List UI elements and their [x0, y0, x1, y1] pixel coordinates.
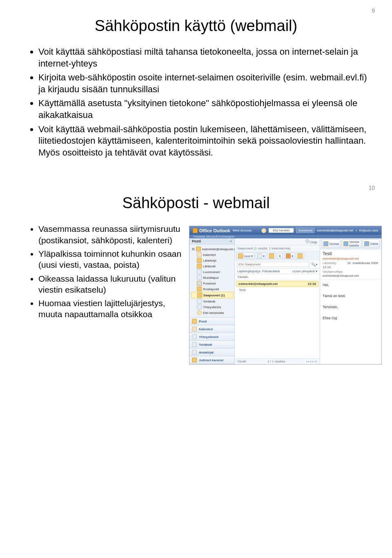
mailbox-icon	[196, 247, 201, 251]
tree-item[interactable]: Etsi kansioista	[191, 310, 234, 316]
pager-icons[interactable]: I◂ ◂ ▸ ▸I	[306, 360, 317, 363]
sort-direction: Uusin ylimpänä ▾	[292, 269, 317, 273]
options-button[interactable]: Asetukset	[296, 228, 314, 233]
reply-button[interactable]: Vastaa	[322, 239, 341, 248]
list-toolbar: Uusi▾ ▾ ✕ ▾	[235, 252, 320, 260]
outlook-screenshot: Office Outlook Web Access Etsi henkilö A…	[189, 226, 382, 365]
flag-icon	[286, 253, 291, 258]
nav-buttons: Posti Kalenteri Yhteystiedot Tehtävät As…	[189, 317, 234, 364]
sent-label: Lähetetty:	[323, 261, 347, 265]
sort-bar[interactable]: Lajittelujärjestys: Päivämäärä Uusin yli…	[235, 269, 320, 274]
move-icon	[269, 253, 274, 258]
nav-asiakirjat[interactable]: Asiakirjat	[189, 349, 234, 356]
new-mail-icon	[238, 253, 243, 258]
outlook-logo-icon	[193, 228, 198, 233]
folder-icon	[197, 264, 202, 269]
mock-header: Office Outlook Web Access Etsi henkilö A…	[189, 226, 381, 235]
tree-item[interactable]: Roskaposti	[191, 286, 234, 292]
search-person-field[interactable]: Etsi henkilö	[269, 228, 294, 233]
documents-icon	[192, 350, 197, 355]
bullet: Oikeassa laidassa lukuruutu (valitun vie…	[38, 273, 186, 296]
tree-root[interactable]: ⊟esimerkki@elisaposti.net	[191, 246, 234, 252]
nav-tehtavat[interactable]: Tehtävät	[189, 341, 234, 349]
nav-julkiset[interactable]: Julkiset kansiot	[189, 356, 234, 364]
mock-sidebar: Posti « ⊟esimerkki@elisaposti.net Kalent…	[189, 238, 235, 364]
list-header: Saapuneet (1 viestiä, 1 lukematonta)	[235, 245, 320, 252]
bullet: Voit käyttää sähköpostiasi miltä tahansa…	[38, 46, 368, 69]
slide1-title: Sähköpostin käyttö (webmail)	[24, 17, 368, 35]
calendar-icon	[197, 252, 202, 257]
nav-yhteystiedot[interactable]: Yhteystiedot	[189, 333, 234, 341]
owner-line: Yhdistetty Microsoft Exchangeen	[189, 235, 381, 238]
to-label: Vastaanottaja:	[323, 270, 347, 274]
search-icon[interactable]: 🔍▾	[311, 262, 318, 267]
tree-item[interactable]: Kalenteri	[191, 252, 234, 258]
reading-pane: Vastaa Vastaa kaikille Välitä Testi esim…	[320, 238, 381, 364]
slide-1: 9 Sähköpostin käyttö (webmail) Voit käyt…	[0, 0, 392, 177]
nav-posti[interactable]: Posti	[189, 318, 234, 325]
reading-subject: Testi	[323, 251, 379, 256]
toolbar-btn[interactable]	[296, 253, 304, 259]
body-line: Hei,	[323, 282, 379, 288]
page-number: 9	[372, 7, 375, 14]
reply-all-icon	[343, 241, 348, 246]
tree-item[interactable]: Lähtevät	[191, 263, 234, 269]
folder-tree: ⊟esimerkki@elisaposti.net Kalenteri Lähe…	[189, 245, 234, 317]
sort-label: Lajittelujärjestys: Päivämäärä	[237, 269, 280, 273]
tasks-icon	[197, 299, 202, 304]
forward-button[interactable]: Välitä	[363, 239, 380, 248]
contacts-icon	[197, 305, 202, 309]
tree-item[interactable]: Muistilaput	[191, 275, 234, 280]
help-link[interactable]: Ohje	[235, 238, 320, 245]
list-search-input[interactable]	[237, 262, 310, 267]
tree-item[interactable]: Poistetut	[191, 280, 234, 286]
slide2-title: Sähköposti - webmail	[24, 194, 368, 212]
new-button[interactable]: Uusi▾	[236, 253, 254, 259]
tree-item[interactable]: Luonnokset	[191, 269, 234, 275]
body-line: Elisa Oyj	[323, 316, 379, 321]
message-from: esimerkki@elisaposti.net	[238, 282, 278, 286]
message-subject: Testi	[235, 288, 320, 358]
collapse-icon[interactable]: «	[230, 239, 232, 243]
slide2-bullets: Vasemmassa reunassa siirtymisruutu (post…	[24, 223, 186, 320]
toolbar-btn[interactable]: ▾	[284, 253, 295, 259]
user-email: esimerkki@elisaposti.net	[317, 229, 353, 232]
slide1-bullets: Voit käyttää sähköpostiasi miltä tahansa…	[24, 46, 368, 158]
tasks-icon	[192, 342, 197, 347]
footer-page: 1 / 1 saakka	[267, 360, 285, 363]
help-icon	[305, 239, 310, 243]
folder-icon	[197, 258, 202, 263]
junk-icon	[197, 287, 202, 291]
reading-toolbar: Vastaa Vastaa kaikille Välitä	[320, 238, 381, 249]
tree-item[interactable]: Yhteystiedot	[191, 304, 234, 310]
forward-icon	[364, 241, 369, 246]
toolbar-btn[interactable]	[267, 253, 276, 259]
contacts-icon	[192, 334, 197, 339]
bullet: Vasemmassa reunassa siirtymisruutu (post…	[38, 223, 186, 246]
tree-item-selected[interactable]: Saapuneet (1)	[191, 292, 234, 298]
tree-item[interactable]: Tehtävät	[191, 298, 234, 304]
search-folder-icon	[197, 310, 202, 315]
delete-button[interactable]: ✕	[277, 253, 283, 259]
reply-all-button[interactable]: Vastaa kaikille	[342, 239, 361, 248]
message-list-pane: Ohje Saapuneet (1 viestiä, 1 lukematonta…	[235, 238, 320, 364]
bullet: Huomaa viestien lajittelujärjestys, muut…	[38, 298, 186, 320]
reading-header: Testi esimerkki@elisaposti.net Lähetetty…	[320, 249, 381, 280]
message-row[interactable]: esimerkki@elisaposti.net 12:10	[236, 281, 318, 287]
page-number: 10	[368, 185, 375, 191]
inbox-icon	[197, 293, 202, 298]
body-line: Terveisin,	[323, 305, 379, 310]
bullet: Käyttämällä asetusta "yksityinen tietoko…	[38, 98, 368, 121]
nav-kalenteri[interactable]: Kalenteri	[189, 325, 234, 333]
mail-icon	[192, 319, 197, 324]
check-mail-icon	[298, 253, 303, 258]
day-group: Tänään	[235, 274, 320, 280]
view-icon	[257, 253, 262, 258]
list-footer: Viestit 1 / 1 saakka I◂ ◂ ▸ ▸I	[235, 358, 320, 364]
toolbar-btn[interactable]: ▾	[256, 253, 266, 259]
drafts-icon	[197, 269, 202, 274]
tree-item[interactable]: Lähetetyt	[191, 258, 234, 263]
logout-link[interactable]: Kirjaudu ulos	[359, 229, 378, 232]
slide-2: 10 Sähköposti - webmail Vasemmassa reuna…	[0, 177, 392, 381]
trash-icon	[197, 281, 202, 286]
